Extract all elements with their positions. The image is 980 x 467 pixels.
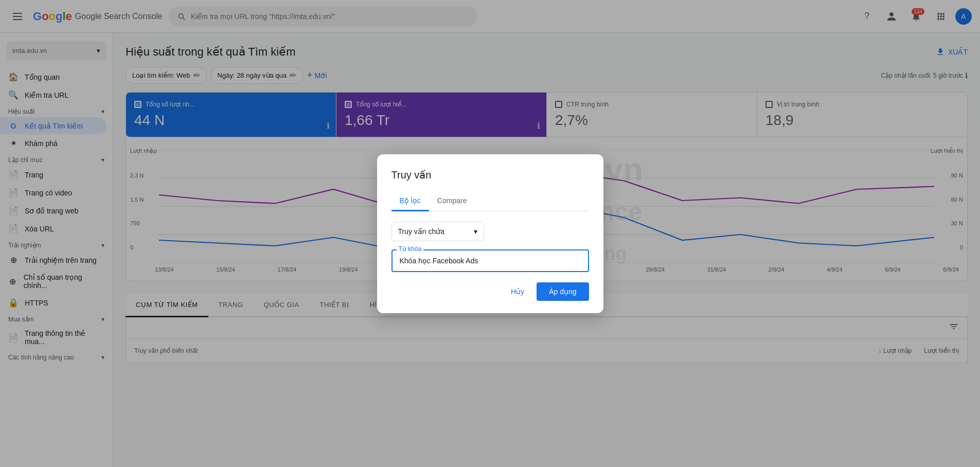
modal-tab-compare[interactable]: Compare: [429, 191, 475, 211]
dropdown-label: Truy vấn chứa: [398, 227, 445, 236]
modal-dropdown-row: Truy vấn chứa ▾: [391, 222, 589, 241]
modal-title: Truy vấn: [391, 169, 589, 181]
cancel-button[interactable]: Hủy: [505, 283, 530, 300]
modal-dialog: Truy vấn Bộ lọc Compare Truy vấn chứa ▾ …: [377, 154, 603, 313]
modal-keyword-input[interactable]: [391, 249, 589, 272]
modal-tabs: Bộ lọc Compare: [391, 191, 589, 211]
dropdown-chevron-icon: ▾: [474, 227, 477, 236]
apply-button[interactable]: Áp dụng: [537, 282, 589, 301]
modal-actions: Hủy Áp dụng: [391, 282, 589, 301]
modal-input-label: Từ khóa: [397, 245, 424, 253]
modal-overlay[interactable]: Truy vấn Bộ lọc Compare Truy vấn chứa ▾ …: [0, 0, 980, 467]
modal-query-type-dropdown[interactable]: Truy vấn chứa ▾: [391, 222, 484, 241]
modal-tab-bo-loc[interactable]: Bộ lọc: [391, 191, 429, 211]
modal-input-group: Từ khóa: [391, 249, 589, 272]
